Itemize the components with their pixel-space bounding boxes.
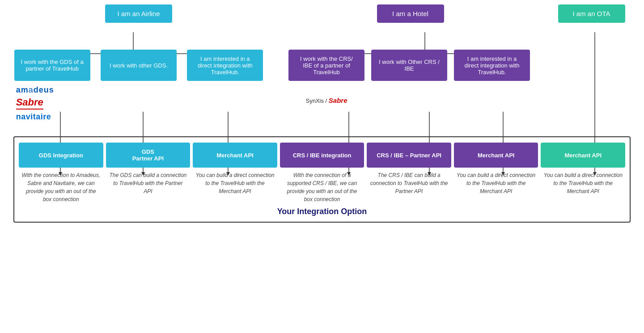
- airline-sub-box-1[interactable]: I work with the GDS of a partner of Trav…: [14, 50, 90, 81]
- airline-section: I am an Airline: [9, 4, 268, 23]
- airline-subs: I work with the GDS of a partner of Trav…: [9, 50, 268, 122]
- airline-sub-box-2[interactable]: I work with other GDS.: [101, 50, 177, 81]
- airline-sub-box-3[interactable]: I am interested in a direct integration …: [187, 50, 263, 81]
- integration-col-5: CRS / IBE – Partner API The CRS / IBE ca…: [367, 143, 451, 203]
- hotel-role-box[interactable]: I am a Hotel: [377, 4, 444, 23]
- main-container: I am an Airline I am a Hotel I am an OTA: [0, 0, 644, 333]
- integration-col-6: Merchant API You can build a direct conn…: [454, 143, 538, 203]
- integration-col-3: Merchant API You can build a direct conn…: [193, 143, 277, 203]
- int-box-merchant-hotel[interactable]: Merchant API: [454, 143, 538, 168]
- int-desc-1: With the connection to Amadeus, Sabre an…: [19, 168, 103, 203]
- sabre-hotel-text: Sabre: [329, 97, 347, 104]
- int-desc-3: You can build a direct connection to the…: [193, 168, 277, 195]
- bottom-area: GDS Integration With the connection to A…: [13, 136, 631, 223]
- integration-col-7: Merchant API You can build a direct conn…: [541, 143, 625, 203]
- integration-col-1: GDS Integration With the connection to A…: [19, 143, 103, 203]
- hotel-sub-1: I work with the CRS/ IBE of a partner of…: [285, 50, 368, 104]
- int-box-gds-integration[interactable]: GDS Integration: [19, 143, 103, 168]
- integration-col-2: GDS Partner API The GDS can build a conn…: [106, 143, 191, 203]
- int-box-crs-partner[interactable]: CRS / IBE – Partner API: [367, 143, 451, 168]
- airline-logos: amadeus Sabre navitaire: [14, 85, 90, 122]
- airline-sub-3: I am interested in a direct integration …: [184, 50, 267, 122]
- int-desc-7: You can build a direct connection to the…: [541, 168, 625, 195]
- synxis-text: SynXis /: [306, 97, 329, 104]
- ota-role-box[interactable]: I am an OTA: [558, 4, 625, 23]
- airline-sub-1: I work with the GDS of a partner of Trav…: [11, 50, 93, 122]
- int-desc-2: The GDS can build a connection to Travel…: [106, 168, 191, 195]
- airline-sub-2: I work with other GDS.: [97, 50, 180, 122]
- airline-role-box[interactable]: I am an Airline: [105, 4, 172, 23]
- integration-row: GDS Integration With the connection to A…: [14, 137, 630, 203]
- int-desc-5: The CRS / IBE can build a connection to …: [367, 168, 451, 195]
- footer-title: Your Integration Option: [14, 207, 630, 218]
- integration-col-4: CRS / IBE integration With the connectio…: [280, 143, 364, 203]
- hotel-sub-box-1[interactable]: I work with the CRS/ IBE of a partner of…: [288, 50, 364, 81]
- hotel-sub-box-2[interactable]: I work with Other CRS / IBE: [371, 50, 447, 81]
- hotel-sub-3: I am interested in a direct integration …: [451, 50, 534, 104]
- diagram-wrapper: I am an Airline I am a Hotel I am an OTA: [9, 4, 635, 223]
- synxis-sabre-logo: SynXis / Sabre: [306, 97, 347, 104]
- content-rows: I am an Airline I am a Hotel I am an OTA: [9, 4, 635, 223]
- int-desc-6: You can build a direct connection to the…: [454, 168, 538, 195]
- ota-section: I am an OTA: [552, 4, 631, 23]
- int-box-merchant-ota[interactable]: Merchant API: [541, 143, 625, 168]
- int-box-merchant-airline[interactable]: Merchant API: [193, 143, 277, 168]
- int-desc-4: With the connection of a supported CRS /…: [280, 168, 364, 203]
- int-box-crs-ibe[interactable]: CRS / IBE integration: [280, 143, 364, 168]
- amadeus-logo: amadeus: [16, 85, 54, 95]
- sub-categories-row: I work with the GDS of a partner of Trav…: [9, 50, 635, 122]
- hotel-section: I am a Hotel: [292, 4, 529, 23]
- hotel-sub-box-3[interactable]: I am interested in a direct integration …: [454, 50, 530, 81]
- navitaire-logo: navitaire: [16, 112, 51, 122]
- hotel-sub-2: I work with Other CRS / IBE: [370, 50, 449, 104]
- int-box-gds-partner[interactable]: GDS Partner API: [106, 143, 191, 168]
- hotel-subs: I work with the CRS/ IBE of a partner of…: [284, 50, 534, 104]
- sabre-logo: Sabre: [16, 97, 43, 110]
